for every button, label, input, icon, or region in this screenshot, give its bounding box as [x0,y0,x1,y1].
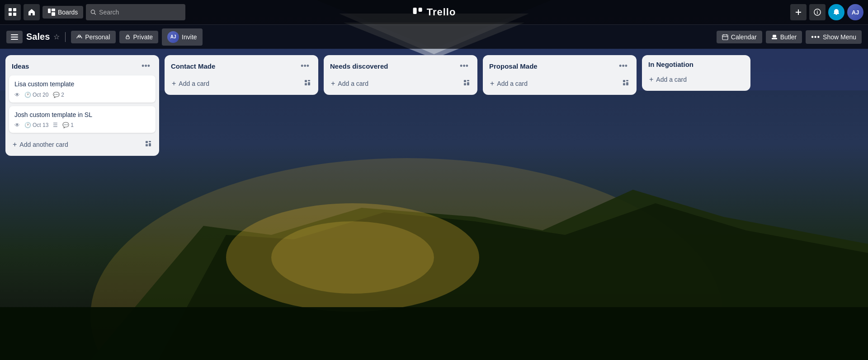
column-contact-made: Contact Made ••• + Add a card [165,55,318,95]
svg-rect-21 [419,8,422,12]
add-card-proposal-made-button[interactable]: + Add a card [485,75,635,91]
description-icon: ☰ [53,122,58,128]
svg-rect-40 [149,143,151,146]
column-ideas-title: Ideas [12,62,29,70]
add-card-contact-made-button[interactable]: + Add a card [166,75,316,91]
svg-rect-12 [13,8,16,11]
notification-button[interactable] [828,4,844,20]
privacy-label: Private [133,33,153,41]
butler-button[interactable]: Butler [766,31,802,43]
svg-rect-39 [146,144,148,146]
column-proposal-made-menu-button[interactable]: ••• [616,61,630,72]
svg-rect-37 [146,141,148,143]
avatar[interactable]: AJ [847,4,863,20]
card-template-icon [463,79,470,88]
star-icon[interactable]: ☆ [53,33,60,41]
boards-button[interactable]: Boards [42,6,83,19]
svg-rect-28 [11,39,18,40]
card-josh-comments-count: 1 [71,122,74,128]
card-template-icon [622,79,629,88]
add-card-in-negotiation-button[interactable]: + Add a card [644,72,749,87]
column-contact-made-menu-button[interactable]: ••• [298,61,312,72]
card-josh-date: 🕐 Oct 13 [24,122,48,128]
column-in-negotiation-header: In Negotiation [642,55,750,72]
avatar-initials: AJ [852,9,859,16]
privacy-button[interactable]: Private [119,31,159,43]
svg-rect-48 [467,82,469,85]
column-ideas-header: Ideas ••• [5,55,159,75]
svg-rect-38 [149,141,151,142]
calendar-label: Calendar [731,33,757,41]
svg-rect-31 [722,35,728,40]
search-bar[interactable] [86,4,185,20]
apps-button[interactable] [5,4,21,20]
svg-line-19 [94,13,96,14]
card-template-icon [145,140,152,149]
svg-rect-44 [308,82,310,85]
card-lisa-date-text: Oct 20 [33,92,48,98]
nav-right: i AJ [790,4,863,20]
add-card-proposal-made-label: Add a card [497,80,528,87]
butler-label: Butler [780,33,797,41]
visibility-label: Personal [85,33,110,41]
boards-label: Boards [58,9,78,16]
columns-area: Ideas ••• Lisa custom template 👁 🕐 Oct 2… [0,49,868,360]
svg-rect-11 [9,8,12,11]
card-lisa-comments-count: 2 [61,92,64,98]
svg-rect-52 [626,82,628,85]
top-nav: Boards Trello i AJ [0,0,868,24]
card-josh-title: Josh custom template in SL [14,111,150,120]
add-card-contact-made-left: + Add a card [172,79,209,88]
home-button[interactable] [24,4,40,20]
board-menu-icon-button[interactable] [6,31,23,43]
show-menu-button[interactable]: ••• Show Menu [806,30,862,44]
svg-rect-49 [623,80,625,82]
info-button[interactable]: i [809,4,826,20]
plus-icon: + [172,79,176,88]
card-josh-desc: ☰ [53,122,58,128]
search-input[interactable] [99,9,181,16]
svg-rect-27 [11,37,18,37]
column-contact-made-header: Contact Made ••• [165,55,318,75]
svg-rect-16 [52,9,55,11]
card-lisa-title: Lisa custom template [14,80,150,89]
comment-icon: 💬 [53,92,60,98]
svg-point-18 [91,10,95,14]
svg-rect-13 [9,13,12,16]
comment-icon: 💬 [62,122,69,128]
column-proposal-made-title: Proposal Made [489,62,538,70]
column-needs-discovered-header: Needs discovered ••• [324,55,477,75]
card-lisa-date: 🕐 Oct 20 [24,92,48,98]
column-ideas: Ideas ••• Lisa custom template 👁 🕐 Oct 2… [5,55,159,156]
column-proposal-made-header: Proposal Made ••• [483,55,637,75]
card-lisa-template[interactable]: Lisa custom template 👁 🕐 Oct 20 💬 2 [9,75,156,103]
add-card-in-negotiation-label: Add a card [656,76,687,83]
column-needs-discovered-menu-button[interactable]: ••• [457,61,471,72]
svg-rect-42 [308,80,310,81]
card-josh-meta: 👁 🕐 Oct 13 ☰ 💬 1 [14,122,150,128]
svg-rect-45 [464,80,466,82]
card-josh-template[interactable]: Josh custom template in SL 👁 🕐 Oct 13 ☰ … [9,106,156,133]
column-needs-discovered: Needs discovered ••• + Add a card [324,55,477,95]
visibility-button[interactable]: Personal [71,31,115,43]
invite-label: Invite [182,33,197,41]
invite-button[interactable]: AJ Invite [162,28,202,46]
add-another-card-label: Add another card [19,141,68,148]
add-card-needs-discovered-button[interactable]: + Add a card [326,75,476,91]
svg-rect-30 [126,37,129,39]
board-nav-right: Calendar Butler ••• Show Menu [717,30,862,44]
add-card-needs-discovered-left: + Add a card [331,79,368,88]
column-ideas-menu-button[interactable]: ••• [139,61,153,72]
card-lisa-meta: 👁 🕐 Oct 20 💬 2 [14,92,150,98]
create-button[interactable] [790,4,807,20]
plus-icon: + [13,140,17,149]
svg-text:i: i [817,10,818,15]
svg-rect-36 [772,38,777,39]
add-another-card-button[interactable]: + Add another card [7,136,157,152]
eye-icon: 👁 [14,92,20,98]
column-in-negotiation-title: In Negotiation [648,61,693,68]
plus-icon: + [490,79,494,88]
card-josh-watch: 👁 [14,122,20,128]
calendar-button[interactable]: Calendar [717,31,762,43]
add-card-contact-made-label: Add a card [179,80,209,87]
